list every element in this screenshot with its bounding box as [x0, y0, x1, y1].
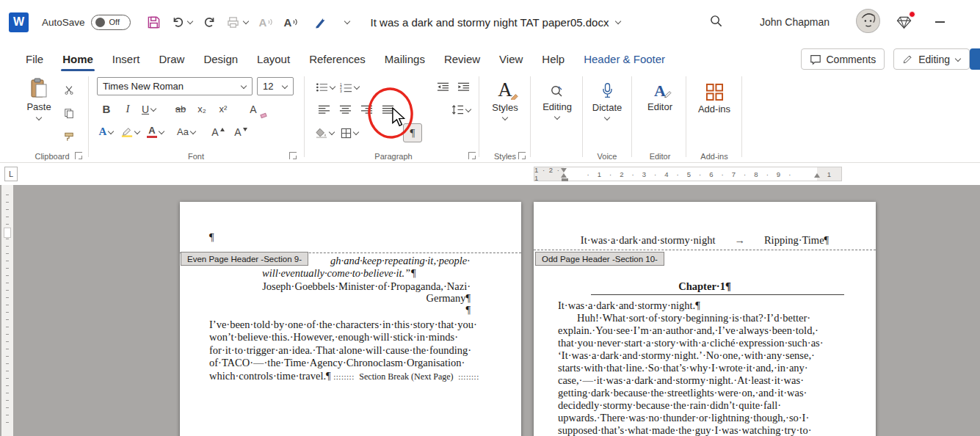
quote-line: will·eventually·come·to·believe·it.”¶ — [262, 267, 416, 280]
header-text-left: It·was·a·dark·and·stormy·night — [581, 234, 716, 247]
align-right-button[interactable] — [358, 101, 374, 119]
tab-insert[interactable]: Insert — [103, 44, 150, 73]
font-dialog-launcher[interactable] — [289, 152, 297, 159]
tab-view[interactable]: View — [490, 44, 532, 73]
body-line: upwards.·There·was·no·thunder·or·lightni… — [558, 412, 847, 424]
odd-page-body: It·was·a·dark·and·stormy·night.¶ Huh!·Wh… — [558, 299, 847, 436]
clipboard-dialog-launcher[interactable] — [75, 152, 82, 159]
clear-formatting-button[interactable]: A — [245, 100, 261, 118]
copy-icon[interactable] — [61, 104, 77, 123]
justify-button[interactable] — [380, 101, 396, 119]
strikethrough-button[interactable]: ab — [173, 100, 189, 118]
styles-button[interactable]: A Styles — [483, 77, 527, 148]
document-canvas: ¶ Even Page Header -Section 9- gh·and·ke… — [0, 185, 980, 436]
bullets-button[interactable] — [316, 78, 335, 96]
hanging-indent-marker[interactable] — [561, 173, 567, 178]
document-title[interactable]: It was a dark and stormy night TAT paper… — [371, 0, 622, 44]
avatar[interactable] — [856, 9, 880, 35]
bold-button[interactable]: B — [98, 100, 115, 118]
grow-font-button[interactable]: A — [210, 123, 226, 141]
search-icon[interactable] — [709, 14, 723, 30]
numbering-button[interactable]: 123 — [340, 78, 360, 96]
borders-button[interactable] — [341, 124, 359, 142]
highlight-color-button[interactable] — [121, 123, 140, 141]
chevron-down-icon — [241, 84, 247, 90]
undo-icon[interactable] — [171, 15, 193, 29]
accessibility-checker-icon[interactable]: A — [283, 16, 298, 29]
italic-button[interactable]: I — [120, 100, 136, 118]
up-triangle-icon — [220, 128, 225, 131]
tab-review[interactable]: Review — [435, 44, 490, 73]
styles-dialog-launcher[interactable] — [518, 152, 526, 159]
tab-home[interactable]: Home — [53, 44, 103, 73]
ink-editor-pen-icon[interactable] — [314, 16, 327, 29]
tab-layout[interactable]: Layout — [247, 44, 300, 73]
chevron-down-icon — [159, 129, 164, 135]
word-logo-icon[interactable]: W — [9, 12, 29, 32]
show-formatting-marks-toggle[interactable]: ¶ — [403, 123, 422, 142]
cut-icon[interactable] — [61, 81, 77, 99]
horizontal-ruler[interactable]: 1 · 2 · 1 · 1 · 2 · 3 · 4 · 5 · 6 · 7 · … — [534, 167, 842, 181]
customize-qat-icon[interactable] — [344, 19, 350, 25]
underline-button[interactable]: U — [141, 100, 157, 118]
tab-selector[interactable]: L — [4, 167, 18, 181]
odd-page-header-tag: Odd Page Header -Section 10- — [535, 252, 664, 266]
paste-button[interactable]: Paste — [21, 78, 57, 147]
right-indent-marker[interactable] — [814, 173, 820, 178]
ruler-right-margin-scale: 1 — [817, 167, 841, 181]
editing-button[interactable]: Editing — [534, 77, 580, 148]
rewards-diamond-icon[interactable] — [896, 15, 912, 29]
paragraph-mark: ¶ — [209, 304, 471, 316]
tab-references[interactable]: References — [300, 44, 375, 73]
section-break-label: Section Break (Next Page) — [357, 371, 455, 382]
align-left-button[interactable] — [316, 101, 332, 119]
chevron-down-icon — [502, 115, 508, 121]
editor-button[interactable]: A Editor — [636, 77, 684, 148]
text-effects-button[interactable]: A — [98, 123, 115, 141]
ribbon: Paste Clipboard Times New Roman — [0, 73, 980, 163]
superscript-button[interactable]: x² — [215, 100, 231, 118]
tab-help[interactable]: Help — [532, 44, 574, 73]
header-boundary-line — [534, 250, 876, 250]
tab-mailings[interactable]: Mailings — [375, 44, 435, 73]
quick-print-icon[interactable] — [227, 16, 249, 29]
section-break-dots: :::::::: — [458, 372, 479, 381]
minimize-button[interactable] — [935, 21, 945, 23]
paint-bucket-icon — [316, 127, 327, 139]
read-aloud-icon[interactable]: A — [259, 16, 274, 29]
first-line-indent-marker[interactable] — [561, 168, 567, 172]
chevron-down-icon[interactable] — [187, 19, 193, 25]
format-painter-icon[interactable] — [61, 128, 77, 146]
title-bar: W AutoSave Off A — [0, 0, 980, 44]
ruler-scale: · 1 · 2 · 3 · 4 · 5 · 6 · 7 · 8 · 9 · — [565, 167, 816, 181]
line-spacing-button[interactable] — [451, 101, 471, 119]
align-center-button[interactable] — [337, 101, 353, 119]
editing-mode-button[interactable]: Editing — [893, 48, 970, 70]
autosave-toggle[interactable]: Off — [91, 15, 131, 30]
tab-header-footer[interactable]: Header & Footer — [574, 44, 675, 73]
dictate-button[interactable]: Dictate — [586, 77, 628, 148]
tab-file[interactable]: File — [16, 44, 53, 73]
change-case-button[interactable]: Aa — [177, 123, 196, 141]
even-page[interactable]: ¶ Even Page Header -Section 9- gh·and·ke… — [180, 202, 521, 436]
paragraph-dialog-launcher[interactable] — [468, 152, 476, 159]
increase-indent-button[interactable] — [455, 78, 471, 96]
addins-button[interactable]: Add-ins — [690, 77, 738, 148]
decrease-indent-button[interactable] — [435, 78, 451, 96]
save-icon[interactable] — [147, 15, 161, 29]
shrink-font-button[interactable]: A — [233, 123, 249, 141]
share-button-partial[interactable] — [970, 48, 980, 70]
subscript-button[interactable]: x₂ — [194, 100, 210, 118]
tab-design[interactable]: Design — [194, 44, 247, 73]
font-name-combo[interactable]: Times New Roman — [97, 77, 253, 95]
font-size-combo[interactable]: 12 — [257, 77, 294, 95]
redo-icon[interactable] — [203, 15, 217, 29]
left-indent-marker[interactable] — [562, 178, 568, 181]
document-title-text: It was a dark and stormy night TAT paper… — [371, 16, 609, 29]
odd-page[interactable]: It·was·a·dark·and·stormy·night → Ripping… — [534, 202, 876, 436]
shading-button[interactable] — [316, 124, 335, 142]
tab-draw[interactable]: Draw — [149, 44, 194, 73]
chevron-down-icon[interactable] — [243, 19, 249, 25]
font-color-button[interactable]: A — [147, 123, 164, 141]
comments-button[interactable]: Comments — [801, 48, 885, 70]
